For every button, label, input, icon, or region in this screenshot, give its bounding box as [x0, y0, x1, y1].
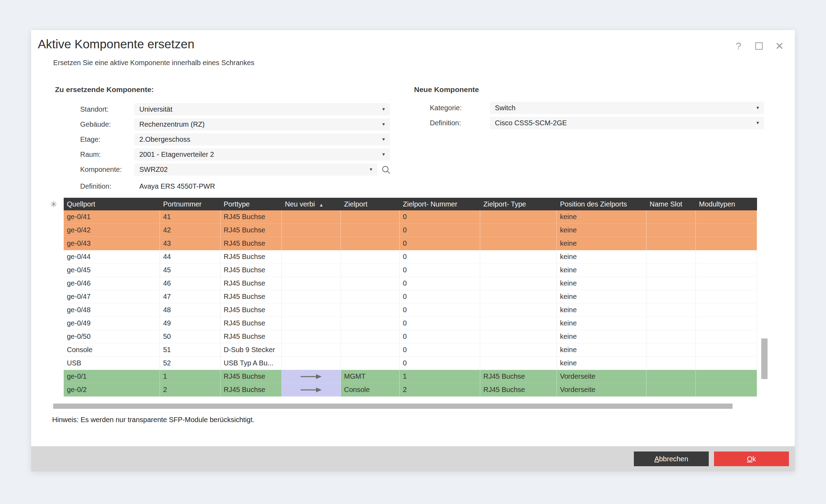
cell-zielport_type: [480, 224, 557, 237]
cell-zielport: [341, 237, 400, 250]
cell-position_des_zielports: keine: [557, 277, 646, 290]
column-header-position-des-zielports[interactable]: Position des Zielports: [557, 198, 646, 210]
maximize-icon[interactable]: [752, 39, 766, 53]
cell-zielport: MGMT: [341, 370, 400, 383]
cell-zielport_type: [480, 250, 557, 264]
close-icon[interactable]: ✕: [772, 39, 786, 53]
column-header-portnummer[interactable]: Portnummer: [160, 198, 220, 210]
cell-porttype: D-Sub 9 Stecker: [220, 343, 282, 357]
table-row[interactable]: ge-0/4141RJ45 Buchse0keine: [64, 210, 757, 224]
sort-asc-icon: ▲: [319, 202, 324, 208]
cell-name_slot: [646, 383, 696, 397]
cell-zielport_nummer: 0: [400, 210, 480, 224]
etage-row: Etage: 2.Obergeschoss ▼: [80, 133, 448, 146]
cell-neu: [282, 290, 341, 303]
cell-zielport: [341, 264, 400, 277]
cell-portnummer: 42: [160, 224, 220, 237]
cell-neu: [282, 224, 341, 237]
cell-name_slot: [646, 250, 696, 264]
cell-neu: [282, 277, 341, 290]
cell-name_slot: [646, 317, 696, 330]
standort-dropdown[interactable]: Universität ▼: [134, 103, 390, 115]
cell-position_des_zielports: keine: [557, 250, 646, 264]
table-row[interactable]: ge-0/11RJ45 BuchseMGMT1RJ45 BuchseVorder…: [64, 370, 757, 383]
help-icon[interactable]: ?: [732, 39, 746, 53]
chevron-down-icon: ▼: [369, 163, 373, 176]
table-row[interactable]: ge-0/22RJ45 BuchseConsole2RJ45 BuchseVor…: [64, 383, 757, 397]
column-header-neu-verbinden[interactable]: Neu verbi▲: [282, 198, 341, 210]
cell-zielport_type: [480, 330, 557, 343]
table-row[interactable]: ge-0/4343RJ45 Buchse0keine: [64, 237, 757, 250]
cell-porttype: USB Typ A Bu...: [220, 357, 282, 370]
cell-modultypen: [696, 343, 757, 357]
table-row[interactable]: ge-0/4242RJ45 Buchse0keine: [64, 224, 757, 237]
table-row[interactable]: ge-0/4545RJ45 Buchse0keine: [64, 264, 757, 277]
kategorie-dropdown[interactable]: Switch ▼: [490, 102, 764, 114]
gebaeude-dropdown[interactable]: Rechenzentrum (RZ) ▼: [134, 118, 390, 131]
cell-porttype: RJ45 Buchse: [220, 303, 282, 317]
cell-neu: [282, 210, 341, 224]
cell-position_des_zielports: Vorderseite: [557, 383, 646, 397]
search-icon[interactable]: [381, 165, 392, 175]
table-row[interactable]: ge-0/4747RJ45 Buchse0keine: [64, 290, 757, 303]
cell-name_slot: [646, 224, 696, 237]
cell-zielport_nummer: 1: [400, 370, 480, 383]
raum-label: Raum:: [80, 148, 101, 161]
table-row[interactable]: ge-0/4848RJ45 Buchse0keine: [64, 303, 757, 317]
horizontal-scrollbar-thumb[interactable]: [53, 404, 733, 409]
column-header-zielport[interactable]: Zielport: [341, 198, 400, 210]
port-table: Quellport Portnummer Porttype Neu verbi▲…: [64, 198, 757, 397]
page-title: Aktive Komponente ersetzen: [38, 37, 194, 51]
column-header-name-slot[interactable]: Name Slot: [646, 198, 696, 210]
maximize-square: [755, 42, 763, 50]
cell-neu: [282, 317, 341, 330]
cell-portnummer: 43: [160, 237, 220, 250]
cell-portnummer: 51: [160, 343, 220, 357]
table-row[interactable]: USB52USB Typ A Bu...0keine: [64, 357, 757, 370]
new-definition-dropdown[interactable]: Cisco CSS5-SCM-2GE ▼: [490, 117, 764, 129]
column-header-porttype[interactable]: Porttype: [220, 198, 282, 210]
cell-zielport_type: [480, 264, 557, 277]
column-header-quellport[interactable]: Quellport: [64, 198, 160, 210]
cell-neu: [282, 343, 341, 357]
table-header-row: Quellport Portnummer Porttype Neu verbi▲…: [64, 198, 757, 210]
cell-zielport_type: [480, 317, 557, 330]
table-row[interactable]: ge-0/4444RJ45 Buchse0keine: [64, 250, 757, 264]
cell-name_slot: [646, 264, 696, 277]
cancel-button[interactable]: Abbrechen: [634, 451, 709, 466]
definition-row: Definition: Avaya ERS 4550T-PWR: [80, 180, 448, 192]
cell-quellport: ge-0/45: [64, 264, 160, 277]
cell-quellport: ge-0/41: [64, 210, 160, 224]
raum-dropdown[interactable]: 2001 - Etagenverteiler 2 ▼: [134, 148, 390, 161]
column-header-modultypen[interactable]: Modultypen: [696, 198, 757, 210]
cell-position_des_zielports: Vorderseite: [557, 370, 646, 383]
etage-dropdown[interactable]: 2.Obergeschoss ▼: [134, 133, 390, 146]
cell-quellport: ge-0/42: [64, 224, 160, 237]
cell-zielport_nummer: 0: [400, 330, 480, 343]
cell-position_des_zielports: keine: [557, 330, 646, 343]
column-header-zielport-type[interactable]: Zielport- Type: [480, 198, 557, 210]
cell-zielport: [341, 290, 400, 303]
cell-porttype: RJ45 Buchse: [220, 330, 282, 343]
table-row[interactable]: ge-0/4646RJ45 Buchse0keine: [64, 277, 757, 290]
ok-button[interactable]: Ok: [714, 451, 789, 466]
cell-name_slot: [646, 330, 696, 343]
cell-zielport_nummer: 0: [400, 317, 480, 330]
cell-quellport: Console: [64, 343, 160, 357]
cell-modultypen: [696, 330, 757, 343]
cell-quellport: ge-0/48: [64, 303, 160, 317]
table-row[interactable]: Console51D-Sub 9 Stecker0keine: [64, 343, 757, 357]
table-row[interactable]: ge-0/5050RJ45 Buchse0keine: [64, 330, 757, 343]
column-header-zielport-nummer[interactable]: Zielport- Nummer: [400, 198, 480, 210]
vertical-scrollbar-thumb[interactable]: [761, 338, 768, 379]
cell-quellport: ge-0/2: [64, 383, 160, 397]
cell-modultypen: [696, 383, 757, 397]
cell-neu: [282, 250, 341, 264]
cell-zielport: [341, 343, 400, 357]
table-row[interactable]: ge-0/4949RJ45 Buchse0keine: [64, 317, 757, 330]
cell-porttype: RJ45 Buchse: [220, 250, 282, 264]
komponente-dropdown[interactable]: SWRZ02 ▼: [134, 163, 377, 176]
cell-zielport_nummer: 0: [400, 277, 480, 290]
cell-quellport: ge-0/49: [64, 317, 160, 330]
cell-portnummer: 48: [160, 303, 220, 317]
